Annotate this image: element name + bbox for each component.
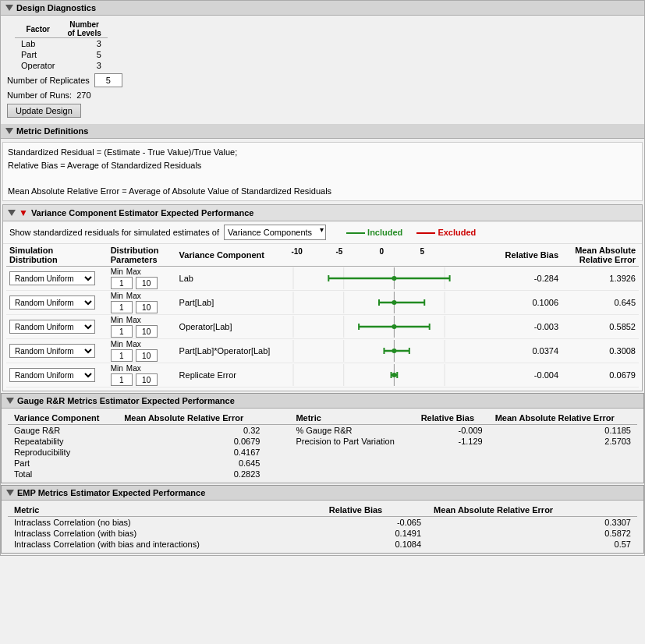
dist-select-0[interactable]: Random Uniform [9, 271, 95, 285]
max-input[interactable] [136, 277, 158, 289]
vc-red-marker: ▼ [19, 207, 28, 218]
legend-excluded-label: Excluded [416, 228, 476, 237]
min-input[interactable] [111, 325, 133, 338]
chart-label-neg10: -10 [291, 247, 302, 256]
variance-dropdown[interactable]: Variance Components [224, 225, 326, 240]
svg-point-44 [392, 373, 397, 377]
param-cell: Min Max [108, 339, 176, 363]
dist-select-4[interactable]: Random Uniform [9, 368, 95, 382]
max-input[interactable] [136, 325, 158, 338]
variance-component-header: ▼ Variance Component Estimator Expected … [3, 205, 642, 221]
grr-col-comp: Variance Component [8, 412, 118, 425]
update-design-button[interactable]: Update Design [7, 104, 81, 118]
metric-collapse-icon[interactable] [5, 128, 13, 134]
replicates-input[interactable] [94, 73, 122, 87]
min-label: Min [111, 364, 123, 373]
param-cell: Min Max [108, 267, 176, 291]
grr-mae-cell: 0.32 [118, 425, 266, 437]
dist-dropdown-cell[interactable]: Random Uniform [6, 363, 108, 387]
grr-mae-cell: 0.2823 [118, 469, 266, 479]
max-input[interactable] [136, 301, 158, 313]
dist-select-3[interactable]: Random Uniform [9, 344, 95, 358]
factor-name: Operator [15, 60, 61, 71]
min-input[interactable] [111, 277, 133, 289]
gauge-rr-title: Gauge R&R Metrics Estimator Expected Per… [17, 396, 235, 405]
max-input[interactable] [136, 349, 158, 362]
legend-included-icon [346, 232, 365, 234]
design-table-row: Operator3 [15, 60, 108, 71]
grr-mae2-cell: 2.5703 [489, 436, 637, 447]
metric-line2: Relative Bias = Average of Standardized … [8, 159, 637, 172]
grr-col-metric: Metric [289, 412, 414, 425]
grr-relbias-cell [415, 447, 489, 458]
grr-table-row: Part 0.645 [8, 458, 637, 469]
svg-point-26 [392, 324, 397, 329]
runs-row: Number of Runs: 270 [7, 90, 638, 101]
rel-bias-cell: -0.003 [493, 315, 562, 339]
design-table: Factor Numberof Levels Lab3Part5Operator… [15, 20, 108, 71]
mae-cell: 0.0679 [562, 363, 639, 387]
dist-params-header: DistributionParameters [108, 244, 176, 267]
grr-table-row: Repeatability 0.0679 Precision to Part V… [8, 436, 637, 447]
vc-collapse-icon[interactable] [8, 210, 16, 216]
replicates-label: Number of Replicates [7, 76, 90, 85]
factor-levels: 5 [61, 49, 107, 60]
variance-component-title: Variance Component Estimator Expected Pe… [31, 208, 253, 218]
variance-dropdown-wrapper[interactable]: Variance Components [224, 225, 326, 240]
emp-table-row: Intraclass Correlation (with bias) 0.149… [8, 528, 637, 539]
grr-col-mae2: Mean Absolute Relative Error [489, 412, 637, 425]
grr-collapse-icon[interactable] [6, 398, 14, 404]
min-label: Min [111, 340, 123, 349]
dist-dropdown-cell[interactable]: Random Uniform [6, 291, 108, 315]
dist-select-2[interactable]: Random Uniform [9, 320, 95, 334]
simulation-table-row: Random Uniform Min Max Part[Lab] 0.1006 … [6, 291, 639, 315]
emp-relbias-cell: 0.1084 [323, 539, 427, 550]
dist-dropdown-cell[interactable]: Random Uniform [6, 315, 108, 339]
min-label: Min [111, 292, 123, 300]
emp-table-row: Intraclass Correlation (no bias) -0.065 … [8, 517, 637, 529]
grr-table-row: Total 0.2823 [8, 469, 637, 479]
grr-mae2-cell [489, 469, 637, 479]
design-table-row: Part5 [15, 49, 108, 60]
gauge-rr-section: Gauge R&R Metrics Estimator Expected Per… [1, 393, 644, 483]
max-input[interactable] [136, 373, 158, 386]
min-input[interactable] [111, 301, 133, 313]
emp-metric-cell: Intraclass Correlation (with bias) [8, 528, 323, 539]
dist-select-1[interactable]: Random Uniform [9, 295, 95, 310]
variance-component-cell: Lab [176, 267, 288, 291]
metric-line3: Mean Absolute Relative Error = Average o… [8, 185, 637, 198]
svg-point-8 [392, 276, 397, 281]
metric-line1: Standardized Residual = (Estimate - True… [8, 146, 637, 159]
dist-dropdown-cell[interactable]: Random Uniform [6, 267, 108, 291]
emp-col-metric: Metric [8, 504, 323, 517]
variance-component-cell: Replicate Error [176, 363, 288, 387]
factor-name: Part [15, 49, 61, 60]
grr-mae2-cell [489, 458, 637, 469]
grr-mae2-cell [489, 447, 637, 458]
svg-point-35 [392, 349, 397, 353]
emp-collapse-icon[interactable] [6, 490, 14, 496]
collapse-triangle-icon[interactable] [5, 5, 13, 11]
legend-included-label: Included [346, 228, 402, 237]
grr-metric-cell [289, 469, 414, 479]
sim-dist-header: SimulationDistribution [6, 244, 108, 267]
min-input[interactable] [111, 349, 133, 362]
emp-table-row: Intraclass Correlation (with bias and in… [8, 539, 637, 550]
design-diagnostics-panel: Design Diagnostics Factor Numberof Level… [0, 0, 645, 556]
grr-comp-cell: Repeatability [8, 436, 118, 447]
grr-table-row: Gauge R&R 0.32 % Gauge R&R -0.009 0.1185 [8, 425, 637, 437]
grr-comp-cell: Reproducibility [8, 447, 118, 458]
chart-label-neg5: -5 [335, 247, 342, 256]
runs-label: Number of Runs: [7, 90, 72, 100]
dist-dropdown-cell[interactable]: Random Uniform [6, 339, 108, 363]
col-levels: Numberof Levels [61, 20, 107, 38]
rel-bias-header: Relative Bias [493, 244, 562, 267]
emp-relbias-cell: 0.1491 [323, 528, 427, 539]
grr-comp-cell: Gauge R&R [8, 425, 118, 437]
simulation-table: SimulationDistribution DistributionParam… [6, 244, 639, 387]
simulation-table-row: Random Uniform Min Max Replicate Error -… [6, 363, 639, 387]
emp-metrics-table: Metric Relative Bias Mean Absolute Relat… [8, 504, 637, 550]
min-input[interactable] [111, 373, 133, 386]
emp-metrics-section: EMP Metrics Estimator Expected Performan… [1, 485, 644, 554]
emp-col-relbias: Relative Bias [323, 504, 427, 517]
